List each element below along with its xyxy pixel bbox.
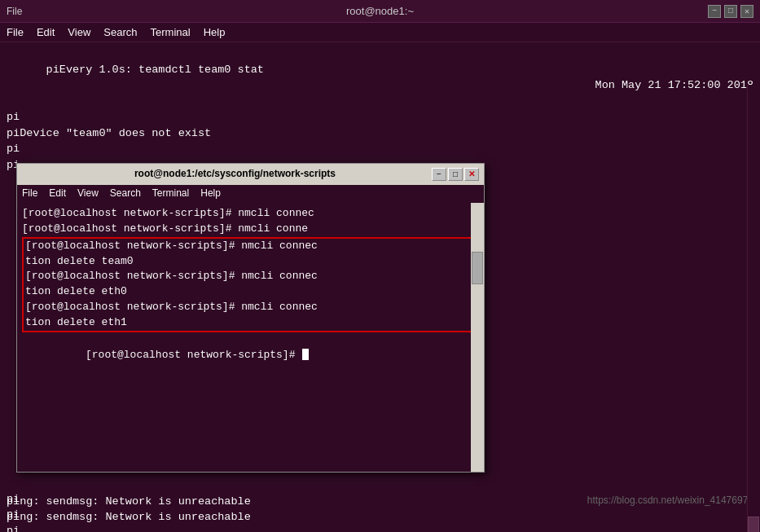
outer-scroll-thumb[interactable] (748, 517, 759, 532)
inner-titlebar: root@node1:/etc/sysconfig/network-script… (17, 164, 484, 185)
outer-titlebar: File root@node1:~ − □ ✕ (0, 0, 760, 23)
inner-menu-file[interactable]: File (22, 187, 37, 200)
inner-menu-help[interactable]: Help (200, 187, 221, 200)
outer-scrollbar[interactable] (747, 85, 760, 532)
inner-minimize-button[interactable]: − (432, 168, 446, 181)
outer-window-controls: − □ ✕ (708, 5, 753, 18)
watermark: https://blog.csdn.net/weixin_41476978 (587, 494, 753, 508)
terminal-line: piDevice "team0" does not exist (7, 125, 753, 142)
outer-file-label: File (7, 6, 22, 17)
terminal-line: [root@localhost network-scripts]# nmcli … (25, 300, 476, 315)
cursor (302, 349, 309, 360)
outer-content: piEvery 1.0s: teamdctl team0 stat Mon Ma… (0, 42, 760, 532)
terminal-line: pi (7, 141, 753, 157)
terminal-line: [root@localhost network-scripts]# nmcli … (22, 206, 479, 222)
inner-terminal: root@node1:/etc/sysconfig/network-script… (16, 163, 485, 473)
terminal-line-network: ping: sendmsg: Network is unreachable (7, 494, 251, 510)
outer-close-button[interactable]: ✕ (740, 5, 753, 18)
terminal-line: [root@localhost network-scripts]# nmcli … (22, 222, 479, 237)
outer-menubar: File Edit View Search Terminal Help (0, 23, 760, 42)
inner-menubar: File Edit View Search Terminal Help (17, 185, 484, 203)
terminal-line: tion delete eth1 (25, 315, 476, 331)
watch-command: piEvery 1.0s: teamdctl team0 stat (46, 64, 264, 76)
outer-menu-terminal[interactable]: Terminal (151, 26, 191, 38)
timestamp: Mon May 21 17:52:00 2018 (595, 77, 753, 94)
inner-title: root@node1:/etc/sysconfig/network-script… (38, 167, 432, 181)
scroll-thumb[interactable] (472, 252, 483, 284)
inner-maximize-button[interactable]: □ (448, 168, 463, 181)
terminal-line: [root@localhost network-scripts]# nmcli … (25, 269, 476, 284)
terminal-line: [root@localhost network-scripts]# nmcli … (25, 239, 476, 254)
inner-menu-edit[interactable]: Edit (49, 187, 66, 200)
inner-menu-view[interactable]: View (77, 187, 99, 200)
terminal-line: tion delete team0 (25, 254, 476, 270)
outer-menu-edit[interactable]: Edit (37, 26, 55, 38)
inner-window-controls: − □ ✕ (432, 168, 479, 181)
outer-menu-search[interactable]: Search (103, 26, 137, 38)
terminal-line-prompt: [root@localhost network-scripts]# (22, 332, 479, 379)
inner-scrollbar[interactable] (471, 203, 484, 472)
highlight-region: [root@localhost network-scripts]# nmcli … (22, 237, 479, 332)
inner-menu-search[interactable]: Search (110, 187, 141, 200)
outer-menu-help[interactable]: Help (204, 26, 226, 38)
terminal-line: piEvery 1.0s: teamdctl team0 stat Mon Ma… (7, 46, 753, 109)
outer-terminal: File root@node1:~ − □ ✕ File Edit View S… (0, 0, 760, 532)
outer-menu-view[interactable]: View (68, 26, 90, 38)
inner-content: [root@localhost network-scripts]# nmcli … (17, 203, 484, 472)
outer-maximize-button[interactable]: □ (724, 5, 737, 18)
inner-menu-terminal[interactable]: Terminal (152, 187, 189, 200)
terminal-line: pi (7, 109, 753, 125)
outer-title: root@node1:~ (346, 5, 414, 17)
outer-minimize-button[interactable]: − (708, 5, 721, 18)
inner-close-button[interactable]: ✕ (464, 168, 479, 181)
terminal-line-network2: ping: sendmsg: Network is unreachable (7, 509, 251, 525)
terminal-line: tion delete eth0 (25, 284, 476, 300)
outer-menu-file[interactable]: File (7, 26, 24, 38)
